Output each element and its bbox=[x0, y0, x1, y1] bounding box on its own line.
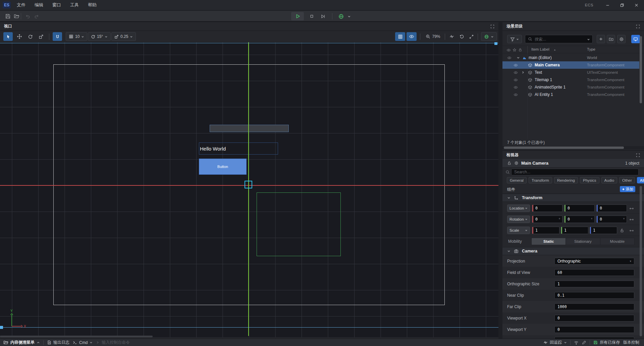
viewport-horizontal-scrollbar[interactable] bbox=[0, 336, 153, 337]
scale-tool-icon[interactable] bbox=[36, 32, 46, 41]
output-log-button[interactable]: 输出日志 bbox=[47, 340, 69, 345]
pen-icon[interactable] bbox=[582, 340, 586, 345]
globe-icon[interactable] bbox=[336, 12, 346, 20]
column-item-label[interactable]: Item Label bbox=[531, 47, 549, 51]
camera-gizmo[interactable] bbox=[245, 181, 252, 188]
ui-button-entity[interactable]: Button bbox=[199, 159, 247, 175]
hierarchy-hscroll-track[interactable] bbox=[502, 146, 644, 149]
zoom-indicator[interactable]: 79% bbox=[423, 32, 443, 41]
network-icon[interactable] bbox=[574, 340, 579, 345]
orthographic-size-input[interactable]: 1 bbox=[554, 281, 634, 287]
tab-other[interactable]: Other bbox=[619, 177, 635, 183]
scale-x-input[interactable]: 1 bbox=[532, 227, 559, 234]
tilemap-entity-rect[interactable] bbox=[257, 192, 341, 256]
hierarchy-hscroll-thumb[interactable] bbox=[504, 147, 624, 149]
chevron-down-icon[interactable] bbox=[517, 56, 520, 59]
scene-canvas[interactable]: Hello World Button Y X bbox=[0, 42, 498, 337]
eye-icon[interactable] bbox=[514, 63, 518, 67]
column-type-label[interactable]: Type bbox=[587, 47, 595, 51]
eye-column-icon[interactable] bbox=[506, 48, 511, 52]
chevron-right-icon[interactable] bbox=[521, 71, 525, 74]
frustum-handle-top[interactable] bbox=[494, 42, 497, 45]
step-button[interactable] bbox=[318, 12, 328, 20]
rotation-label-dropdown[interactable]: Rotation bbox=[507, 216, 530, 223]
grid-snap-dropdown[interactable]: 10 bbox=[66, 32, 87, 41]
menu-tools[interactable]: 工具 bbox=[70, 2, 79, 8]
hierarchy-vscroll-thumb[interactable] bbox=[640, 36, 642, 103]
viewport-y-input[interactable]: 0 bbox=[554, 326, 634, 333]
tab-physics[interactable]: Physics bbox=[580, 177, 599, 183]
location-label-dropdown[interactable]: Location bbox=[507, 205, 530, 212]
menu-help[interactable]: 帮助 bbox=[88, 2, 97, 8]
rotation-y-input[interactable]: 0° bbox=[564, 216, 595, 223]
unlock-uniform-scale-icon[interactable] bbox=[620, 228, 624, 233]
save-status[interactable]: 所有已保存 bbox=[593, 340, 620, 345]
inspector-search-input[interactable] bbox=[511, 169, 639, 175]
viewport-x-input[interactable]: 0 bbox=[554, 315, 634, 322]
open-folder-icon[interactable] bbox=[12, 12, 21, 20]
tree-row-animatedsprite[interactable]: AnimatedSprite 1 TransformComponent bbox=[502, 83, 639, 91]
cmd-dropdown[interactable]: Cmd bbox=[73, 340, 93, 345]
ui-text-entity[interactable]: Hello World bbox=[199, 142, 278, 155]
filter-dropdown[interactable] bbox=[507, 35, 522, 43]
tab-all[interactable]: All bbox=[637, 177, 644, 183]
new-folder-button[interactable] bbox=[607, 35, 615, 43]
move-tool-icon[interactable] bbox=[15, 32, 24, 41]
add-entity-button[interactable] bbox=[597, 35, 605, 43]
link-values-icon[interactable] bbox=[629, 228, 634, 233]
tree-row-main-camera[interactable]: Main Camera TransformComponent bbox=[502, 61, 639, 69]
field-of-view-input[interactable]: 60 bbox=[554, 269, 634, 276]
eye-icon[interactable] bbox=[514, 85, 518, 90]
inspector-expand-icon[interactable] bbox=[636, 153, 640, 157]
scale-y-input[interactable]: 1 bbox=[561, 227, 588, 234]
scale-snap-dropdown[interactable]: 0.25 bbox=[111, 32, 136, 41]
hierarchy-expand-icon[interactable] bbox=[636, 24, 640, 28]
gear-icon[interactable] bbox=[514, 161, 519, 165]
play-button[interactable] bbox=[291, 12, 304, 20]
select-tool-icon[interactable] bbox=[3, 32, 13, 41]
add-component-button[interactable]: 添加 bbox=[620, 186, 635, 192]
menu-window[interactable]: 窗口 bbox=[52, 2, 61, 8]
save-icon[interactable] bbox=[3, 12, 12, 20]
eye-icon[interactable] bbox=[514, 93, 518, 97]
camera-section-header[interactable]: Camera bbox=[502, 247, 644, 255]
tab-transform[interactable]: Transform bbox=[529, 177, 552, 183]
close-icon[interactable] bbox=[634, 3, 639, 7]
panel-entity-rect[interactable] bbox=[210, 125, 289, 132]
chevron-down-icon[interactable] bbox=[346, 12, 352, 20]
menu-edit[interactable]: 编辑 bbox=[35, 2, 43, 8]
mobility-static[interactable]: Static bbox=[532, 238, 566, 245]
location-z-input[interactable]: 0 bbox=[596, 205, 627, 212]
rotation-z-input[interactable]: 0° bbox=[596, 216, 627, 223]
grid-toggle-icon[interactable] bbox=[395, 32, 405, 41]
undo-icon[interactable] bbox=[23, 12, 32, 20]
location-x-input[interactable]: 0 bbox=[532, 205, 562, 212]
tab-general[interactable]: General bbox=[507, 177, 527, 183]
tab-rendering[interactable]: Rendering bbox=[554, 177, 578, 183]
mobility-movable[interactable]: Movable bbox=[600, 238, 634, 245]
tree-row-text[interactable]: Text UITextComponent bbox=[502, 69, 639, 76]
lock-icon[interactable] bbox=[507, 161, 512, 165]
mobility-stationary[interactable]: Stationary bbox=[566, 238, 600, 245]
hierarchy-search-input[interactable] bbox=[525, 35, 593, 43]
display-mode-button[interactable] bbox=[631, 35, 640, 43]
trace-dropdown[interactable]: 回追踪 bbox=[543, 340, 567, 345]
far-clip-input[interactable]: 1000 bbox=[554, 303, 634, 310]
viewport-expand-icon[interactable] bbox=[490, 24, 494, 28]
transform-section-header[interactable]: Transform bbox=[502, 194, 644, 202]
snap-tool-icon[interactable] bbox=[53, 32, 62, 41]
tree-row-main[interactable]: main (Editor) World bbox=[502, 54, 639, 61]
eye-icon[interactable] bbox=[507, 56, 512, 60]
console-command-input[interactable]: 输入控制台命令 bbox=[96, 340, 130, 345]
eye-icon[interactable] bbox=[514, 78, 518, 82]
rotation-snap-dropdown[interactable]: 15° bbox=[88, 32, 111, 41]
lock-column-icon[interactable] bbox=[518, 48, 522, 52]
location-y-input[interactable]: 0 bbox=[564, 205, 595, 212]
eye-icon[interactable] bbox=[514, 70, 518, 75]
rotation-x-input[interactable]: 0° bbox=[532, 216, 562, 223]
projection-dropdown[interactable]: Orthographic ▾ bbox=[554, 258, 634, 265]
stop-button[interactable] bbox=[307, 12, 317, 20]
rotate-tool-icon[interactable] bbox=[25, 32, 35, 41]
reset-view-icon[interactable] bbox=[458, 32, 466, 41]
redo-icon[interactable] bbox=[32, 12, 41, 20]
